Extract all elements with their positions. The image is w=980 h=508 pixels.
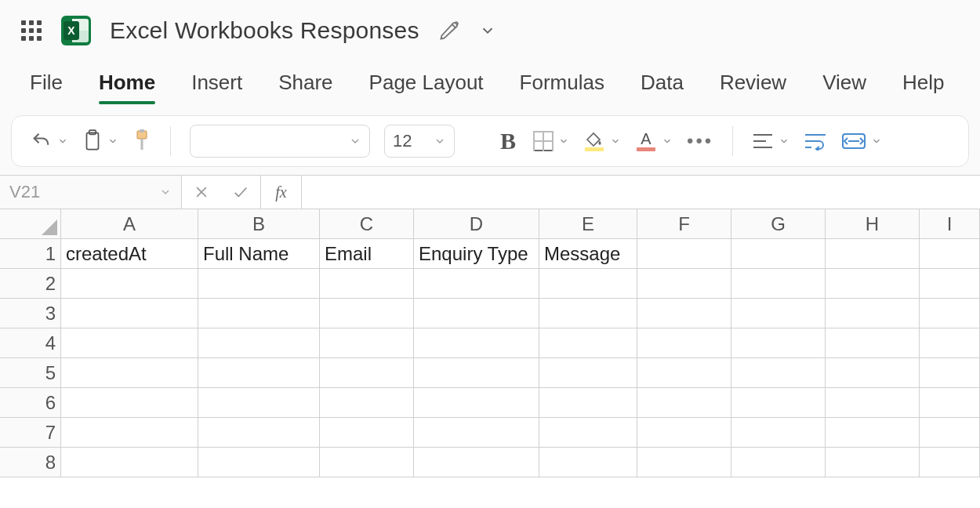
cell[interactable] bbox=[731, 328, 826, 358]
cell[interactable] bbox=[539, 418, 637, 448]
cell[interactable] bbox=[539, 269, 637, 299]
cell[interactable] bbox=[826, 448, 920, 477]
row-header[interactable]: 6 bbox=[0, 388, 61, 418]
cell[interactable] bbox=[320, 299, 414, 328]
more-font-button[interactable]: ••• bbox=[687, 130, 713, 152]
row-header[interactable]: 8 bbox=[0, 448, 61, 477]
cell[interactable] bbox=[198, 328, 320, 358]
tab-file[interactable]: File bbox=[30, 71, 63, 104]
align-button[interactable] bbox=[752, 132, 789, 151]
col-header-D[interactable]: D bbox=[414, 209, 539, 239]
tab-insert[interactable]: Insert bbox=[191, 71, 242, 104]
tab-home[interactable]: Home bbox=[99, 71, 155, 104]
font-color-button[interactable]: A bbox=[635, 131, 673, 151]
col-header-I[interactable]: I bbox=[920, 209, 980, 239]
cell[interactable] bbox=[920, 299, 980, 328]
cell[interactable] bbox=[539, 448, 637, 477]
cell[interactable] bbox=[61, 269, 198, 299]
cell[interactable] bbox=[826, 388, 920, 418]
cell[interactable] bbox=[539, 299, 637, 328]
cell[interactable] bbox=[61, 358, 198, 388]
cell[interactable] bbox=[731, 448, 826, 477]
formula-input[interactable] bbox=[302, 176, 980, 209]
tab-view[interactable]: View bbox=[822, 71, 866, 104]
cell[interactable] bbox=[637, 328, 731, 358]
cell[interactable] bbox=[920, 388, 980, 418]
cell[interactable]: Email bbox=[320, 239, 414, 269]
cancel-formula-button[interactable] bbox=[182, 176, 221, 209]
cell[interactable] bbox=[637, 299, 731, 328]
cell[interactable] bbox=[414, 418, 539, 448]
col-header-A[interactable]: A bbox=[61, 209, 198, 239]
row-header[interactable]: 1 bbox=[0, 239, 61, 269]
cell[interactable] bbox=[920, 358, 980, 388]
cell[interactable] bbox=[826, 239, 920, 269]
cell[interactable] bbox=[920, 269, 980, 299]
cell[interactable] bbox=[414, 358, 539, 388]
cell[interactable] bbox=[920, 418, 980, 448]
cell[interactable]: createdAt bbox=[61, 239, 198, 269]
cell[interactable] bbox=[637, 239, 731, 269]
name-box[interactable]: V21 bbox=[0, 176, 182, 209]
col-header-G[interactable]: G bbox=[731, 209, 826, 239]
cell[interactable] bbox=[320, 448, 414, 477]
col-header-H[interactable]: H bbox=[826, 209, 920, 239]
row-header[interactable]: 7 bbox=[0, 418, 61, 448]
tab-data[interactable]: Data bbox=[641, 71, 684, 104]
cell[interactable] bbox=[320, 358, 414, 388]
cell[interactable] bbox=[731, 358, 826, 388]
cell[interactable] bbox=[198, 418, 320, 448]
cell[interactable] bbox=[539, 328, 637, 358]
cell[interactable] bbox=[414, 299, 539, 328]
title-dropdown[interactable] bbox=[479, 22, 496, 39]
cell[interactable] bbox=[414, 328, 539, 358]
app-launcher-icon[interactable] bbox=[20, 20, 42, 42]
cell[interactable] bbox=[61, 328, 198, 358]
cell[interactable] bbox=[198, 358, 320, 388]
cell[interactable] bbox=[637, 269, 731, 299]
cell[interactable] bbox=[637, 418, 731, 448]
cell[interactable] bbox=[731, 269, 826, 299]
cell[interactable] bbox=[920, 328, 980, 358]
fx-icon[interactable]: fx bbox=[261, 176, 302, 209]
tab-formulas[interactable]: Formulas bbox=[520, 71, 604, 104]
tab-share[interactable]: Share bbox=[278, 71, 332, 104]
bold-button[interactable]: B bbox=[497, 128, 519, 154]
cell[interactable] bbox=[61, 418, 198, 448]
cell[interactable] bbox=[414, 388, 539, 418]
col-header-E[interactable]: E bbox=[539, 209, 637, 239]
row-header[interactable]: 4 bbox=[0, 328, 61, 358]
cell[interactable] bbox=[198, 299, 320, 328]
cell[interactable] bbox=[920, 239, 980, 269]
cell[interactable] bbox=[61, 448, 198, 477]
rename-icon[interactable] bbox=[438, 20, 460, 42]
borders-button[interactable] bbox=[533, 131, 569, 151]
cell[interactable] bbox=[637, 388, 731, 418]
row-header[interactable]: 2 bbox=[0, 269, 61, 299]
clipboard-button[interactable] bbox=[82, 129, 118, 153]
tab-review[interactable]: Review bbox=[720, 71, 786, 104]
cell[interactable] bbox=[320, 269, 414, 299]
cell[interactable] bbox=[320, 418, 414, 448]
format-painter-button[interactable] bbox=[132, 129, 151, 153]
cell[interactable] bbox=[826, 269, 920, 299]
excel-app-icon[interactable]: X bbox=[61, 16, 91, 45]
font-family-select[interactable] bbox=[190, 125, 370, 158]
cell[interactable] bbox=[414, 448, 539, 477]
cell[interactable] bbox=[637, 448, 731, 477]
document-title[interactable]: Excel Workbooks Responses bbox=[110, 17, 419, 44]
cell[interactable] bbox=[826, 418, 920, 448]
cell[interactable] bbox=[320, 328, 414, 358]
fill-color-button[interactable] bbox=[583, 131, 621, 151]
cell[interactable] bbox=[826, 328, 920, 358]
row-header[interactable]: 3 bbox=[0, 299, 61, 328]
cell[interactable] bbox=[920, 448, 980, 477]
cell[interactable]: Message bbox=[539, 239, 637, 269]
col-header-B[interactable]: B bbox=[198, 209, 320, 239]
col-header-C[interactable]: C bbox=[320, 209, 414, 239]
cell[interactable] bbox=[637, 358, 731, 388]
cell[interactable] bbox=[61, 388, 198, 418]
cell[interactable] bbox=[61, 299, 198, 328]
cell[interactable] bbox=[731, 388, 826, 418]
wrap-text-button[interactable] bbox=[804, 132, 827, 151]
